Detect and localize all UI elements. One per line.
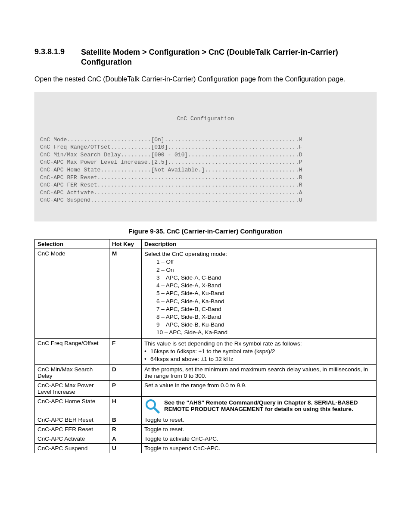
- col-header-hotkey: Hot Key: [109, 240, 142, 249]
- desc-note: See the "AHS" Remote Command/Query in Ch…: [164, 399, 374, 412]
- cell-hotkey: A: [109, 434, 142, 444]
- cell-description: Toggle to activate CnC-APC.: [142, 434, 377, 444]
- desc-option: 3 – APC, Side-A, C-Band: [144, 274, 374, 282]
- magnifier-icon: [144, 398, 160, 414]
- section-title: Satellite Modem > Configuration > CnC (D…: [81, 47, 377, 67]
- table-row: CnC-APC Activate A Toggle to activate Cn…: [35, 434, 377, 444]
- desc-lead: Select the CnC operating mode:: [144, 251, 227, 257]
- cell-hotkey: M: [109, 249, 142, 338]
- cell-hotkey: D: [109, 365, 142, 381]
- terminal-line: CnC Freq Range/Offset............[010]..…: [40, 144, 302, 150]
- cell-hotkey: P: [109, 381, 142, 397]
- cell-selection: CnC Mode: [35, 249, 109, 338]
- terminal-title: CnC Configuration: [40, 115, 371, 123]
- terminal-line: CnC-APC BER Reset.......................…: [40, 174, 302, 181]
- cell-description: At the prompts, set the minimum and maxi…: [142, 365, 377, 381]
- terminal-block: CnC Configuration CnC Mode..............…: [34, 92, 377, 222]
- cell-description: Set a value in the range from 0.0 to 9.9…: [142, 381, 377, 397]
- table-header-row: Selection Hot Key Description: [35, 240, 377, 249]
- cell-hotkey: H: [109, 397, 142, 415]
- terminal-line: CnC-APC FER Reset.......................…: [40, 182, 302, 188]
- terminal-line: CnC-APC Max Power Level Increase.[2.5]..…: [40, 159, 302, 165]
- table-row: CnC Freq Range/Offset F This value is se…: [35, 338, 377, 365]
- table-row: CnC-APC FER Reset R Toggle to reset.: [35, 425, 377, 434]
- cell-description: Toggle to suspend CnC-APC.: [142, 444, 377, 453]
- cell-hotkey: U: [109, 444, 142, 453]
- table-row: CnC Min/Max Search Delay D At the prompt…: [35, 365, 377, 381]
- desc-option: 1 – Off: [144, 258, 374, 266]
- terminal-line: CnC-APC Activate........................…: [40, 190, 302, 196]
- desc-option: 7 – APC, Side-B, C-Band: [144, 305, 374, 313]
- table-row: CnC Mode M Select the CnC operating mode…: [35, 249, 377, 338]
- intro-paragraph: Open the nested CnC (DoubleTalk Carrier-…: [34, 75, 377, 84]
- desc-option: 5 – APC, Side-A, Ku-Band: [144, 289, 374, 297]
- cell-description: Toggle to reset.: [142, 425, 377, 434]
- desc-lead: This value is set depending on the Rx sy…: [144, 340, 302, 347]
- desc-option: 8 – APC, Side-B, X-Band: [144, 313, 374, 321]
- terminal-line: CnC-APC Home State...............[Not Av…: [40, 167, 302, 173]
- cell-selection: CnC-APC BER Reset: [35, 415, 109, 425]
- col-header-description: Description: [142, 240, 377, 249]
- desc-bullet: 16ksps to 64ksps: ±1 to the symbol rate …: [144, 348, 275, 355]
- section-number: 9.3.8.1.9: [34, 47, 81, 56]
- desc-option: 9 – APC, Side-B, Ku-Band: [144, 321, 374, 329]
- table-row: CnC-APC Suspend U Toggle to suspend CnC-…: [35, 444, 377, 453]
- cell-selection: CnC-APC Suspend: [35, 444, 109, 453]
- table-row: CnC-APC Home State H See the "AHS" Remot…: [35, 397, 377, 415]
- terminal-line: CnC Min/Max Search Delay.........[000 - …: [40, 152, 302, 158]
- desc-option: 2 – On: [144, 266, 374, 274]
- cell-hotkey: R: [109, 425, 142, 434]
- cell-description: This value is set depending on the Rx sy…: [142, 338, 377, 365]
- table-row: CnC-APC BER Reset B Toggle to reset.: [35, 415, 377, 425]
- svg-line-1: [154, 408, 159, 412]
- desc-bullet: 64ksps and above: ±1 to 32 kHz: [144, 356, 234, 362]
- spec-table: Selection Hot Key Description CnC Mode M…: [34, 239, 377, 453]
- cell-selection: CnC-APC Max Power Level Increase: [35, 381, 109, 397]
- terminal-line: CnC Mode.........................[On]...…: [40, 137, 302, 143]
- section-heading: 9.3.8.1.9 Satellite Modem > Configuratio…: [34, 47, 377, 67]
- cell-description: Toggle to reset.: [142, 415, 377, 425]
- terminal-line: CnC-APC Suspend.........................…: [40, 197, 302, 203]
- desc-option: 10 – APC, Side-A, Ka-Band: [144, 329, 374, 336]
- desc-option: 6 – APC, Side-A, Ka-Band: [144, 298, 374, 305]
- page-container: 9.3.8.1.9 Satellite Modem > Configuratio…: [0, 0, 411, 470]
- cell-description: Select the CnC operating mode: 1 – Off 2…: [142, 249, 377, 338]
- cell-selection: CnC Freq Range/Offset: [35, 338, 109, 365]
- cell-selection: CnC-APC Home State: [35, 397, 109, 415]
- cell-hotkey: F: [109, 338, 142, 365]
- cell-hotkey: B: [109, 415, 142, 425]
- cell-description: See the "AHS" Remote Command/Query in Ch…: [142, 397, 377, 415]
- cell-selection: CnC Min/Max Search Delay: [35, 365, 109, 381]
- cell-selection: CnC-APC Activate: [35, 434, 109, 444]
- figure-caption: Figure 9-35. CnC (Carrier-in-Carrier) Co…: [34, 227, 377, 235]
- col-header-selection: Selection: [35, 240, 109, 249]
- desc-option: 4 – APC, Side-A, X-Band: [144, 282, 374, 289]
- table-row: CnC-APC Max Power Level Increase P Set a…: [35, 381, 377, 397]
- cell-selection: CnC-APC FER Reset: [35, 425, 109, 434]
